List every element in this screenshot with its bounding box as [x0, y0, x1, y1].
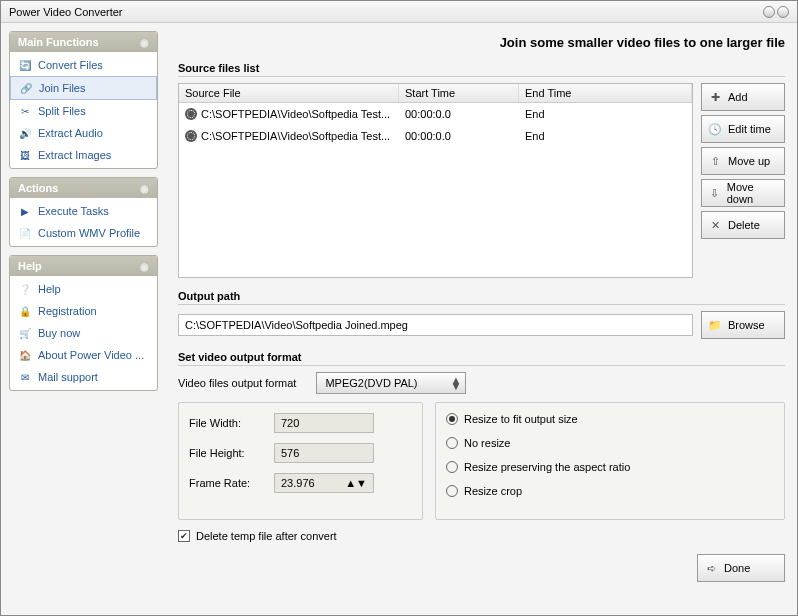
nav-label: Execute Tasks — [38, 205, 109, 217]
sidebar-item-split-files[interactable]: ✂Split Files — [10, 100, 157, 122]
nav-label: Buy now — [38, 327, 80, 339]
list-header: Source File Start Time End Time — [179, 84, 692, 103]
plus-icon: ✚ — [708, 91, 722, 104]
nav-label: Registration — [38, 305, 97, 317]
arrow-up-icon: ⇧ — [708, 155, 722, 168]
gear-icon: ◉ — [140, 183, 149, 194]
radio-label: Resize to fit output size — [464, 413, 578, 425]
radio-label: Resize crop — [464, 485, 522, 497]
list-item[interactable]: C:\SOFTPEDIA\Video\Softpedia Test... 00:… — [179, 125, 692, 147]
radio-icon — [446, 437, 458, 449]
film-icon — [185, 108, 197, 120]
nav-label: Convert Files — [38, 59, 103, 71]
sidebar-item-extract-audio[interactable]: 🔊Extract Audio — [10, 122, 157, 144]
radio-label: No resize — [464, 437, 510, 449]
split-icon: ✂ — [18, 104, 32, 118]
add-button[interactable]: ✚Add — [701, 83, 785, 111]
lock-icon: 🔒 — [18, 304, 32, 318]
sidebar-item-registration[interactable]: 🔒Registration — [10, 300, 157, 322]
panel-header: Actions ◉ — [10, 178, 157, 198]
panel-title: Actions — [18, 182, 58, 194]
minimize-button[interactable] — [763, 6, 775, 18]
sidebar-item-extract-images[interactable]: 🖼Extract Images — [10, 144, 157, 166]
file-path: C:\SOFTPEDIA\Video\Softpedia Test... — [201, 130, 390, 142]
dimensions-panel: File Width:720 File Height:576 Frame Rat… — [178, 402, 423, 520]
col-source-file[interactable]: Source File — [179, 84, 399, 102]
move-up-button[interactable]: ⇧Move up — [701, 147, 785, 175]
convert-icon: 🔄 — [18, 58, 32, 72]
nav-label: Extract Audio — [38, 127, 103, 139]
gear-icon: ◉ — [140, 37, 149, 48]
audio-icon: 🔊 — [18, 126, 32, 140]
delete-button[interactable]: ✕Delete — [701, 211, 785, 239]
panel-title: Help — [18, 260, 42, 272]
file-end: End — [519, 127, 692, 145]
titlebar: Power Video Converter — [1, 1, 797, 23]
format-value: MPEG2(DVD PAL) — [325, 377, 417, 389]
delete-temp-checkbox[interactable]: ✔ Delete temp file after convert — [178, 530, 785, 542]
width-field[interactable]: 720 — [274, 413, 374, 433]
panel-header: Help ◉ — [10, 256, 157, 276]
edit-time-button[interactable]: 🕓Edit time — [701, 115, 785, 143]
window-title: Power Video Converter — [9, 6, 123, 18]
height-label: File Height: — [189, 447, 264, 459]
checkbox-label: Delete temp file after convert — [196, 530, 337, 542]
radio-icon — [446, 413, 458, 425]
sidebar-item-mail-support[interactable]: ✉Mail support — [10, 366, 157, 388]
format-row-label: Video files output format — [178, 377, 296, 389]
done-button[interactable]: ➪Done — [697, 554, 785, 582]
sidebar-item-join-files[interactable]: 🔗Join Files — [10, 76, 157, 100]
btn-label: Browse — [728, 319, 765, 331]
radio-resize-aspect[interactable]: Resize preserving the aspect ratio — [446, 461, 774, 473]
list-item[interactable]: C:\SOFTPEDIA\Video\Softpedia Test... 00:… — [179, 103, 692, 125]
radio-resize-fit[interactable]: Resize to fit output size — [446, 413, 774, 425]
sidebar-item-help[interactable]: ❔Help — [10, 278, 157, 300]
move-down-button[interactable]: ⇩Move down — [701, 179, 785, 207]
home-icon: 🏠 — [18, 348, 32, 362]
file-start: 00:00:0.0 — [399, 127, 519, 145]
mail-icon: ✉ — [18, 370, 32, 384]
x-icon: ✕ — [708, 219, 722, 232]
radio-icon — [446, 485, 458, 497]
clock-icon: 🕓 — [708, 123, 722, 136]
btn-label: Move up — [728, 155, 770, 167]
format-combo[interactable]: MPEG2(DVD PAL) ▲▼ — [316, 372, 466, 394]
output-path-label: Output path — [178, 288, 785, 305]
radio-label: Resize preserving the aspect ratio — [464, 461, 630, 473]
source-files-label: Source files list — [178, 60, 785, 77]
col-end-time[interactable]: End Time — [519, 84, 692, 102]
fps-label: Frame Rate: — [189, 477, 264, 489]
panel-title: Main Functions — [18, 36, 99, 48]
help-icon: ❔ — [18, 282, 32, 296]
source-files-list[interactable]: Source File Start Time End Time C:\SOFTP… — [178, 83, 693, 278]
profile-icon: 📄 — [18, 226, 32, 240]
join-icon: 🔗 — [19, 81, 33, 95]
nav-label: Help — [38, 283, 61, 295]
cart-icon: 🛒 — [18, 326, 32, 340]
nav-label: Split Files — [38, 105, 86, 117]
btn-label: Done — [724, 562, 750, 574]
checkbox-icon: ✔ — [178, 530, 190, 542]
height-field[interactable]: 576 — [274, 443, 374, 463]
btn-label: Edit time — [728, 123, 771, 135]
sidebar-item-about[interactable]: 🏠About Power Video ... — [10, 344, 157, 366]
main-content: Join some smaller video files to one lar… — [166, 23, 797, 615]
sidebar-item-execute-tasks[interactable]: ▶Execute Tasks — [10, 200, 157, 222]
radio-no-resize[interactable]: No resize — [446, 437, 774, 449]
fps-combo[interactable]: 23.976▲▼ — [274, 473, 374, 493]
sidebar-item-buy-now[interactable]: 🛒Buy now — [10, 322, 157, 344]
radio-resize-crop[interactable]: Resize crop — [446, 485, 774, 497]
nav-label: Mail support — [38, 371, 98, 383]
sidebar-item-custom-wmv[interactable]: 📄Custom WMV Profile — [10, 222, 157, 244]
play-icon: ▶ — [18, 204, 32, 218]
col-start-time[interactable]: Start Time — [399, 84, 519, 102]
btn-label: Delete — [728, 219, 760, 231]
browse-button[interactable]: 📁Browse — [701, 311, 785, 339]
btn-label: Add — [728, 91, 748, 103]
image-icon: 🖼 — [18, 148, 32, 162]
nav-label: Extract Images — [38, 149, 111, 161]
file-path: C:\SOFTPEDIA\Video\Softpedia Test... — [201, 108, 390, 120]
close-button[interactable] — [777, 6, 789, 18]
sidebar-item-convert-files[interactable]: 🔄Convert Files — [10, 54, 157, 76]
output-path-input[interactable] — [178, 314, 693, 336]
